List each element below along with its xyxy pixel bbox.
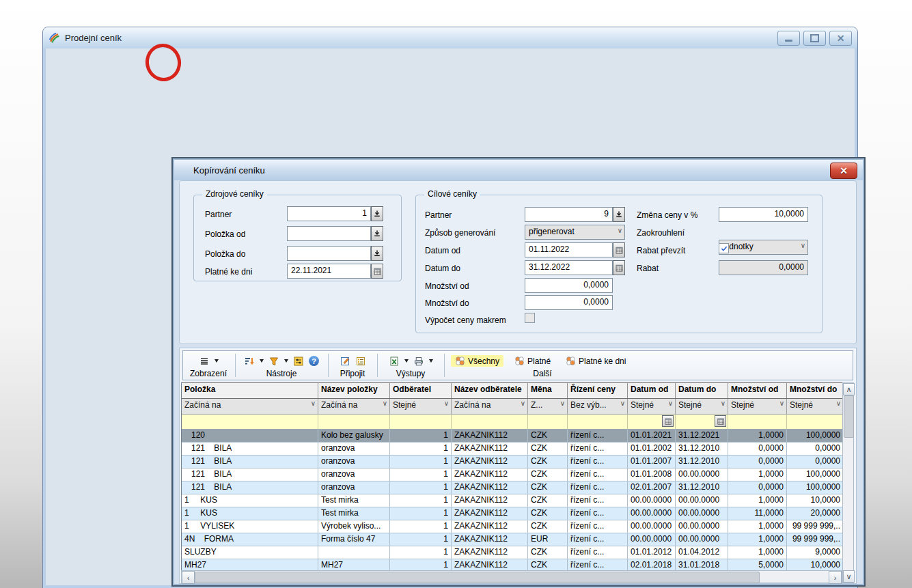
sort-icon[interactable] bbox=[244, 356, 255, 367]
target-partner-picker-button[interactable] bbox=[613, 207, 625, 222]
close-button[interactable]: ✕ bbox=[829, 31, 852, 46]
filter-input[interactable] bbox=[182, 415, 318, 429]
chevron-down-icon[interactable] bbox=[284, 359, 288, 363]
table-row[interactable]: 1 KUS Test mirka 1 ZAKAZNIK112 CZK řízen… bbox=[182, 494, 842, 507]
datum-od-field[interactable]: 01.11.2022 bbox=[525, 242, 613, 257]
maximize-icon bbox=[810, 34, 819, 42]
table-row[interactable]: 120 Kolo bez galusky 1 ZAKAZNIK112 CZK ř… bbox=[182, 430, 842, 443]
filter-input[interactable] bbox=[568, 415, 628, 429]
scroll-up-icon[interactable]: ∧ bbox=[843, 383, 855, 395]
filter-dropdown[interactable]: Bez výb...∨ bbox=[568, 399, 628, 414]
zmena-ceny-field[interactable]: 10,0000 bbox=[719, 207, 808, 222]
partner-picker-button[interactable] bbox=[371, 206, 383, 221]
scroll-down-icon[interactable]: ∨ bbox=[843, 570, 855, 583]
table-row[interactable]: SLUZBY 1 ZAKAZNIK112 CZK řízení c... 01.… bbox=[182, 546, 842, 559]
vypocet-checkbox[interactable] bbox=[525, 313, 535, 323]
source-polozka-od-field[interactable] bbox=[287, 226, 371, 241]
filter-input[interactable] bbox=[318, 415, 390, 429]
filter-dropdown[interactable]: Stejné∨ bbox=[628, 399, 676, 414]
table-row[interactable]: 121 BILA oranzova 1 ZAKAZNIK112 CZK říze… bbox=[182, 481, 842, 494]
filter-all-button[interactable]: Všechny bbox=[451, 355, 503, 367]
chevron-down-icon[interactable] bbox=[429, 359, 433, 363]
zpusob-select[interactable]: přigenerovat∨ bbox=[525, 225, 625, 240]
dialog-vscrollbar[interactable]: ∧ ∨ bbox=[842, 382, 854, 583]
filter-dropdown[interactable]: Stejné∨ bbox=[728, 399, 787, 414]
list-view-icon[interactable] bbox=[199, 356, 210, 367]
polozka-od-picker-button[interactable] bbox=[371, 226, 383, 241]
column-header[interactable]: Odběratel bbox=[390, 383, 452, 398]
scrollbar-thumb[interactable] bbox=[844, 395, 854, 438]
help-icon[interactable] bbox=[309, 356, 319, 366]
column-header[interactable]: Datum od bbox=[628, 383, 676, 398]
source-platne-field[interactable]: 22.11.2021 bbox=[287, 264, 371, 279]
mnozstvi-od-label: Množství od bbox=[425, 281, 469, 291]
toolbar-group-label: Zobrazení bbox=[190, 369, 227, 380]
source-partner-field[interactable]: 1 bbox=[287, 206, 371, 221]
chevron-down-icon[interactable] bbox=[260, 359, 264, 363]
datum-do-calendar-button[interactable] bbox=[613, 260, 625, 275]
filter-calendar-button[interactable] bbox=[662, 415, 674, 427]
platne-calendar-button[interactable] bbox=[371, 264, 383, 279]
filter-valid-button[interactable]: Platné bbox=[510, 355, 555, 367]
chevron-down-icon[interactable] bbox=[404, 359, 409, 363]
dialog-hscrollbar[interactable]: ‹ › bbox=[181, 570, 842, 583]
filter-input[interactable] bbox=[787, 415, 843, 429]
filter-calendar-button[interactable] bbox=[715, 415, 726, 427]
dialog-close-button[interactable]: ✕ bbox=[830, 163, 857, 179]
column-header[interactable]: Položka bbox=[182, 383, 318, 398]
polozka-do-picker-button[interactable] bbox=[371, 246, 383, 261]
filter-dropdown[interactable]: Stejné∨ bbox=[787, 399, 843, 414]
settings-icon[interactable] bbox=[293, 356, 304, 367]
rabat-prevzit-checkbox[interactable] bbox=[719, 243, 729, 253]
filter-input[interactable] bbox=[676, 415, 728, 429]
table-row[interactable]: 1 KUS Test mirka 1 ZAKAZNIK112 CZK řízen… bbox=[182, 507, 842, 520]
column-header[interactable]: Název odběratele bbox=[452, 383, 528, 398]
filter-dropdown[interactable]: Začíná na∨ bbox=[318, 399, 390, 414]
filter-icon[interactable] bbox=[268, 356, 279, 367]
rabat-field: 0,0000 bbox=[719, 260, 808, 275]
print-icon[interactable] bbox=[413, 356, 424, 367]
filter-valid-date-button[interactable]: Platné ke dni bbox=[562, 355, 630, 367]
datum-od-calendar-button[interactable] bbox=[613, 242, 625, 257]
table-row[interactable]: 121 BILA oranzova 1 ZAKAZNIK112 CZK říze… bbox=[182, 456, 842, 468]
minimize-button[interactable] bbox=[777, 31, 800, 46]
zaokrouhleni-select[interactable]: jednotky∨ bbox=[719, 240, 808, 255]
filter-input[interactable] bbox=[452, 415, 528, 429]
scroll-right-icon[interactable]: › bbox=[829, 571, 842, 584]
column-header[interactable]: Množství od bbox=[728, 383, 787, 398]
filter-input[interactable] bbox=[528, 415, 568, 429]
mnozstvi-od-field[interactable]: 0,0000 bbox=[525, 278, 613, 293]
scroll-left-icon[interactable]: ‹ bbox=[182, 571, 195, 584]
table-row[interactable]: 121 BILA oranzova 1 ZAKAZNIK112 CZK říze… bbox=[182, 443, 842, 456]
target-partner-field[interactable]: 9 bbox=[525, 207, 613, 222]
filter-input[interactable] bbox=[390, 415, 452, 429]
table-row[interactable]: 1 VYLISEK Výrobek vyliso... 1 ZAKAZNIK11… bbox=[182, 520, 842, 533]
column-header[interactable]: Řízení ceny bbox=[568, 383, 628, 398]
column-header[interactable]: Název položky bbox=[318, 383, 390, 398]
toolbar-group-label: Další bbox=[447, 369, 638, 380]
filter-dropdown[interactable]: Začíná na∨ bbox=[452, 399, 528, 414]
maximize-button[interactable] bbox=[803, 31, 826, 46]
filter-dropdown[interactable]: Začíná na∨ bbox=[182, 399, 318, 414]
filter-input[interactable] bbox=[728, 415, 787, 429]
scrollbar-thumb[interactable] bbox=[195, 572, 760, 583]
dialog-titlebar[interactable]: Kopírování ceníku ✕ bbox=[174, 160, 863, 180]
toolbar-group-vystupy: Výstupy bbox=[380, 351, 441, 380]
toolbar-group-label: Připojit bbox=[340, 369, 365, 380]
filter-dropdown[interactable]: Stejné∨ bbox=[676, 399, 728, 414]
datum-do-field[interactable]: 31.12.2022 bbox=[525, 260, 613, 275]
attach-edit-icon[interactable] bbox=[340, 356, 350, 367]
table-row[interactable]: 4N FORMA Forma číslo 47 1 ZAKAZNIK112 EU… bbox=[182, 533, 842, 546]
table-row[interactable]: 121 BILA oranzova 1 ZAKAZNIK112 CZK říze… bbox=[182, 468, 842, 481]
column-header[interactable]: Množství do bbox=[787, 383, 843, 398]
source-polozka-do-field[interactable] bbox=[287, 246, 371, 261]
filter-dropdown[interactable]: Z...∨ bbox=[528, 399, 568, 414]
attach-list-icon[interactable] bbox=[355, 356, 366, 367]
column-header[interactable]: Datum do bbox=[676, 383, 728, 398]
column-header[interactable]: Měna bbox=[528, 383, 568, 398]
filter-input[interactable] bbox=[628, 415, 676, 429]
chevron-down-icon[interactable] bbox=[215, 359, 219, 363]
mnozstvi-do-field[interactable]: 0,0000 bbox=[525, 295, 613, 310]
excel-export-icon[interactable] bbox=[389, 356, 400, 367]
filter-dropdown[interactable]: Stejné∨ bbox=[390, 399, 452, 414]
